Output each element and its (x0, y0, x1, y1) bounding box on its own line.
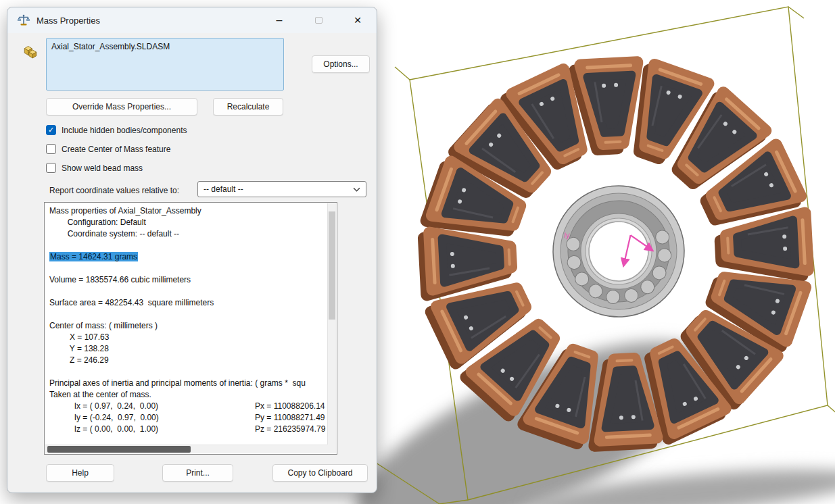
results-line: Mass = 14624.31 grams (49, 251, 327, 263)
results-line: Y = 138.28 (49, 343, 327, 355)
mass-properties-balance-icon (17, 14, 30, 27)
results-line: Iz = ( 0.00, 0.00, 1.00)Pz = 216235974.7… (49, 424, 327, 435)
options-button[interactable]: Options... (312, 55, 370, 73)
checkbox-row-show-weld-bead-mass[interactable]: Show weld bead mass (46, 161, 187, 174)
results-line: Taken at the center of mass. (49, 389, 327, 401)
coordinate-label: Report coordinate values relative to: (49, 186, 179, 195)
checkbox-row-create-center-of-mass-feature[interactable]: Create Center of Mass feature (46, 143, 187, 155)
results-text-content: Mass properties of Axial_Stator_Assembly… (45, 203, 327, 445)
vertical-scrollbar-thumb[interactable] (329, 211, 335, 320)
close-button[interactable]: × (343, 10, 373, 30)
results-line (49, 309, 327, 320)
results-line (49, 286, 327, 297)
maximize-icon (315, 17, 323, 24)
vertical-scrollbar[interactable] (327, 203, 336, 445)
checkbox-label: Create Center of Mass feature (62, 145, 170, 154)
results-line: Surface area = 482254.43 square millimet… (49, 297, 327, 309)
results-line: Coordinate system: -- default -- (49, 228, 327, 240)
results-line: Iy = (-0.24, 0.97, 0.00)Py = 110088271.4… (49, 412, 327, 424)
checkbox-row-include-hidden-bodies[interactable]: Include hidden bodies/components (46, 124, 187, 136)
screen: Iy Mass Properties – × (0, 0, 835, 504)
copy-to-clipboard-button[interactable]: Copy to Clipboard (272, 464, 368, 482)
coordinate-system-value: -- default -- (204, 184, 243, 194)
results-line (49, 366, 327, 378)
unchecked-checkbox-icon[interactable] (46, 163, 56, 173)
results-line: Principal axes of inertia and principal … (49, 378, 327, 389)
dialog-title: Mass Properties (37, 16, 100, 26)
results-line: Ix = ( 0.97, 0.24, 0.00)Px = 110088206.1… (49, 401, 327, 412)
help-button[interactable]: Help (46, 464, 114, 482)
selected-item: Axial_Stator_Assembly.SLDASM (51, 42, 170, 51)
results-line: X = 107.63 (49, 332, 327, 343)
checkbox-label: Include hidden bodies/components (62, 126, 187, 135)
minimize-button[interactable]: – (264, 10, 294, 30)
chevron-down-icon (353, 187, 360, 192)
results-box[interactable]: Mass properties of Axial_Stator_Assembly… (44, 202, 337, 455)
horizontal-scrollbar[interactable] (45, 445, 327, 453)
override-mass-properties-button[interactable]: Override Mass Properties... (46, 98, 197, 116)
highlighted-mass-value: Mass = 14624.31 grams (49, 252, 138, 261)
maximize-button[interactable] (304, 10, 333, 30)
print-button[interactable]: Print... (162, 464, 233, 482)
mass-properties-dialog: Mass Properties – × (7, 7, 377, 493)
checkbox-group: Include hidden bodies/componentsCreate C… (46, 124, 187, 174)
horizontal-scrollbar-thumb[interactable] (47, 446, 191, 453)
results-line (49, 240, 327, 251)
results-line: Center of mass: ( millimeters ) (49, 320, 327, 332)
recalculate-button[interactable]: Recalculate (213, 98, 283, 116)
selection-list[interactable]: Axial_Stator_Assembly.SLDASM (46, 38, 284, 91)
checkbox-label: Show weld bead mass (62, 163, 143, 173)
window-controls: – × (264, 10, 373, 30)
unchecked-checkbox-icon[interactable] (46, 144, 56, 154)
dialog-titlebar[interactable]: Mass Properties – × (7, 7, 377, 33)
results-line: Configuration: Default (49, 217, 327, 228)
scrollbar-corner (327, 445, 336, 453)
results-line (49, 263, 327, 274)
assembly-icon (22, 43, 39, 59)
checked-checkbox-icon[interactable] (46, 125, 56, 135)
results-line: Z = 246.29 (49, 355, 327, 366)
coordinate-system-select[interactable]: -- default -- (197, 181, 366, 197)
results-line: Volume = 1835574.66 cubic millimeters (49, 274, 327, 286)
results-line: Mass properties of Axial_Stator_Assembly (49, 205, 327, 217)
